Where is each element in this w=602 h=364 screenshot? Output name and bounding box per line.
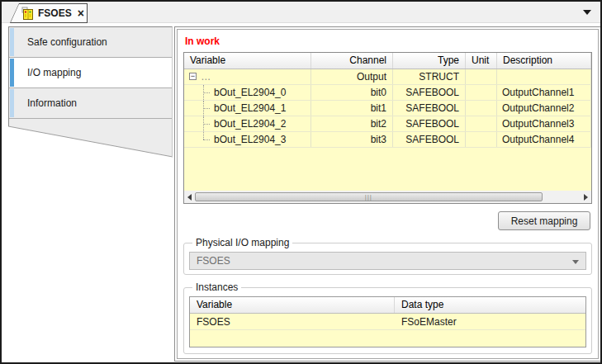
table-row-bout-0[interactable]: bOut_EL2904_0 bit0 SAFEBOOL OutputChanne… — [184, 85, 591, 101]
instances-header-row: Variable Data type — [190, 297, 585, 314]
table-row-bout-3[interactable]: bOut_EL2904_3 bit3 SAFEBOOL OutputChanne… — [184, 132, 591, 148]
row-description: OutputChannel3 — [497, 116, 591, 131]
column-header-type: Type — [393, 53, 466, 69]
sidebar-item-label: I/O mapping — [27, 67, 81, 78]
table-row-bout-2[interactable]: bOut_EL2904_2 bit2 SAFEBOOL OutputChanne… — [184, 116, 591, 132]
sidebar-slant-decoration — [8, 119, 173, 162]
row-variable: bOut_EL2904_2 — [214, 118, 286, 130]
scroll-right-icon[interactable] — [582, 192, 590, 201]
instances-table: Variable Data type FSOES FSoEMaster — [189, 296, 586, 347]
row-type: STRUCT — [393, 69, 466, 84]
collapse-icon[interactable]: − — [189, 73, 197, 80]
editor-window: FSOES × Safe configuration I/O mapping I… — [0, 0, 602, 364]
scrollbar-grip: ||| — [365, 194, 372, 201]
tab-accent-bar — [10, 89, 14, 117]
document-tab-bar: FSOES × — [2, 2, 600, 23]
row-unit — [466, 101, 497, 116]
document-tab-title: FSOES — [38, 7, 72, 19]
column-header-variable: Variable — [184, 53, 311, 69]
tab-accent-bar — [10, 59, 14, 87]
reset-mapping-button[interactable]: Reset mapping — [498, 211, 590, 230]
sidebar-item-io-mapping[interactable]: I/O mapping — [9, 58, 172, 88]
tab-accent-bar — [10, 28, 14, 56]
close-icon[interactable]: × — [78, 8, 84, 18]
scroll-left-icon[interactable] — [186, 192, 193, 201]
table-row-output-struct[interactable]: − … Output STRUCT — [184, 69, 591, 85]
row-unit — [466, 69, 497, 84]
row-description: OutputChannel1 — [497, 85, 591, 100]
tree-connector — [203, 116, 211, 131]
combobox-value: FSOES — [197, 255, 230, 267]
row-type: SAFEBOOL — [393, 101, 466, 116]
io-mapping-table: Variable Channel Type Unit Description −… — [183, 52, 592, 204]
row-description — [497, 69, 591, 84]
instances-empty-area — [190, 330, 585, 347]
tree-connector — [203, 101, 211, 116]
category-tabs: Safe configuration I/O mapping Informati… — [8, 26, 173, 162]
tree-connector — [203, 132, 211, 147]
safety-module-icon — [21, 7, 34, 20]
column-header-unit: Unit — [466, 53, 497, 69]
row-unit — [466, 116, 497, 131]
column-header-channel: Channel — [311, 53, 393, 69]
sidebar-item-label: Information — [27, 97, 77, 109]
row-unit — [466, 132, 497, 147]
row-variable: bOut_EL2904_1 — [214, 102, 286, 114]
scrollbar-thumb[interactable]: ||| — [195, 192, 543, 201]
instance-data-type: FSoEMaster — [395, 314, 585, 329]
document-tab-fsoes[interactable]: FSOES × — [10, 3, 88, 23]
row-type: SAFEBOOL — [393, 85, 466, 100]
table-empty-area — [184, 148, 591, 191]
row-type: SAFEBOOL — [393, 116, 466, 131]
row-description: OutputChannel4 — [497, 132, 591, 147]
physical-io-mapping-combobox[interactable]: FSOES — [189, 252, 586, 270]
table-row-bout-1[interactable]: bOut_EL2904_1 bit1 SAFEBOOL OutputChanne… — [184, 101, 591, 116]
row-channel: bit0 — [311, 85, 393, 100]
sidebar-item-information[interactable]: Information — [9, 88, 172, 119]
row-variable: bOut_EL2904_3 — [214, 134, 286, 145]
instances-row-fsoes[interactable]: FSOES FSoEMaster — [190, 314, 585, 330]
physical-io-mapping-group: Physical I/O mapping FSOES — [183, 237, 592, 275]
io-mapping-panel: In work Variable Channel Type Unit Descr… — [174, 26, 601, 362]
row-type: SAFEBOOL — [393, 132, 466, 147]
column-header-data-type: Data type — [395, 297, 585, 313]
horizontal-scrollbar[interactable]: ||| — [184, 191, 591, 203]
row-unit — [466, 85, 497, 100]
column-header-variable: Variable — [190, 297, 395, 313]
tree-connector — [203, 85, 211, 100]
row-variable: bOut_EL2904_0 — [214, 87, 286, 98]
instances-group: Instances Variable Data type FSOES FSoEM… — [183, 281, 592, 354]
instance-variable: FSOES — [190, 314, 395, 329]
row-channel: bit3 — [311, 132, 393, 147]
chevron-down-icon — [572, 260, 579, 264]
group-title: Physical I/O mapping — [192, 237, 292, 248]
table-header-row: Variable Channel Type Unit Description — [184, 53, 591, 69]
row-variable: … — [201, 71, 211, 83]
column-header-description: Description — [497, 53, 591, 69]
sidebar-item-label: Safe configuration — [27, 36, 107, 48]
group-title: Instances — [192, 281, 241, 293]
status-text: In work — [185, 35, 592, 47]
row-channel: Output — [311, 69, 393, 84]
row-description: OutputChannel2 — [497, 101, 591, 116]
row-channel: bit1 — [311, 101, 393, 116]
tab-list-dropdown-icon[interactable] — [583, 10, 591, 15]
row-channel: bit2 — [311, 116, 393, 131]
sidebar-item-safe-configuration[interactable]: Safe configuration — [9, 27, 172, 58]
